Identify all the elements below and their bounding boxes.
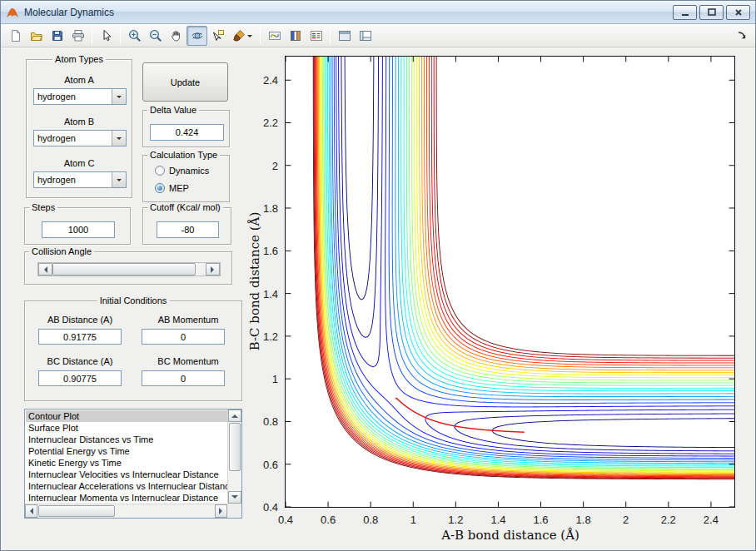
save-figure-button[interactable] [47,26,67,46]
y-tick-label: 1.8 [263,202,278,215]
data-cursor-button[interactable] [207,26,228,46]
zoom-out-icon [149,29,162,42]
steps-field[interactable] [42,221,115,238]
calculation-type-panel: Calculation Type Dynamics MEP [142,155,230,202]
collision-angle-slider[interactable] [37,262,221,276]
scroll-up-button[interactable] [228,410,241,422]
delta-value-panel: Delta Value [142,110,230,147]
figure-toolbar [1,24,755,47]
bc-momentum-field[interactable] [142,370,225,386]
scroll-left-button[interactable] [25,504,37,518]
delta-value-field[interactable] [150,124,224,141]
data-cursor-icon [211,29,225,42]
slider-right-button[interactable] [206,263,220,276]
list-item[interactable]: Kinetic Energy vs Time [26,457,227,469]
y-tick-label: 1.4 [263,287,278,300]
radio-on-icon[interactable] [155,183,165,193]
list-item[interactable]: Surface Plot [26,422,227,434]
bc-distance-field[interactable] [38,370,122,386]
plot-type-listbox[interactable]: Contour PlotSurface PlotInternuclear Dis… [24,409,242,519]
link-plot-icon [268,29,281,42]
atom-b-dropdown-button[interactable] [112,131,126,146]
legend-icon [310,29,323,42]
ab-momentum-field[interactable] [142,329,225,345]
contour-plot-axes[interactable] [285,56,735,508]
x-tick-label: 2 [623,514,629,526]
mep-radio[interactable]: MEP [155,183,189,193]
atom-a-select[interactable]: hydrogen [33,88,127,105]
slider-left-button[interactable] [38,263,52,276]
x-tick-label: 1.4 [490,514,505,526]
vertical-scroll-thumb[interactable] [229,423,241,471]
atom-b-label: Atom B [27,117,132,127]
bc-distance-label: BC Distance (A) [25,356,135,366]
list-item[interactable]: Potential Energy vs Time [26,445,227,457]
list-item[interactable]: Internuclear Velocities vs Internuclear … [26,469,227,480]
y-tick-label: 2 [272,159,278,171]
list-item[interactable]: Internuclear Distances vs Time [26,434,227,445]
bc-momentum-label: BC Momentum [133,356,243,366]
arrow-left-icon [27,508,33,514]
horizontal-scroll-thumb[interactable] [38,505,115,517]
brush-dropdown-icon[interactable] [247,35,252,40]
x-tick-label: 1.2 [448,514,463,526]
ab-distance-field[interactable] [38,329,122,345]
edit-plot-button[interactable] [96,26,117,46]
dynamics-radio[interactable]: Dynamics [155,166,209,176]
dock-figure-button[interactable] [734,27,750,43]
zoom-in-button[interactable] [124,26,145,46]
maximize-icon [706,7,718,18]
rotate-3d-button[interactable] [187,26,207,46]
atom-a-dropdown-button[interactable] [112,89,126,104]
open-file-button[interactable] [26,26,47,46]
chevron-down-icon [117,137,122,142]
close-button[interactable] [726,5,750,20]
x-tick-label: 0.8 [363,514,378,526]
print-figure-button[interactable] [67,26,88,46]
mep-radio-label: MEP [169,183,189,193]
new-figure-button[interactable] [5,26,26,46]
dynamics-radio-label: Dynamics [169,166,209,176]
link-plot-button[interactable] [264,26,285,46]
title-bar[interactable]: Molecular Dynamics [1,1,755,24]
toolbar-separator [330,27,331,44]
list-item[interactable]: Internuclear Accelerations vs Internucle… [26,480,227,492]
cutoff-field[interactable] [157,221,219,238]
vertical-scrollbar[interactable] [227,410,241,504]
arrow-right-icon [219,508,226,514]
plot-type-list: Contour PlotSurface PlotInternuclear Dis… [26,410,227,504]
radio-off-icon[interactable] [155,166,165,176]
maximize-button[interactable] [699,5,724,20]
y-tick-label: 1.6 [263,245,278,257]
x-tick-label: 1.6 [533,514,548,526]
printer-icon [72,29,85,42]
chevron-down-icon [117,96,122,101]
pan-button[interactable] [166,26,187,46]
contour-canvas[interactable] [286,57,734,507]
list-item[interactable]: Internuclear Momenta vs Internuclear Dis… [26,492,227,504]
app-window: Molecular Dynamics Atom Types Atom A [0,0,756,551]
scroll-right-button[interactable] [215,504,227,518]
scroll-down-button[interactable] [228,491,241,504]
show-plot-tools-button[interactable] [355,26,376,46]
update-button[interactable]: Update [142,62,228,102]
brush-button[interactable] [228,26,256,46]
atom-b-select[interactable]: hydrogen [33,130,127,146]
atom-c-dropdown-button[interactable] [112,172,126,187]
atom-types-panel: Atom Types Atom A hydrogen Atom B hydrog… [26,59,132,198]
insert-colorbar-button[interactable] [285,26,306,46]
atom-c-select[interactable]: hydrogen [33,171,127,188]
insert-legend-button[interactable] [306,26,326,46]
arrow-right-icon [211,266,217,273]
ab-momentum-label: AB Momentum [133,315,243,325]
atom-a-value: hydrogen [37,92,76,102]
list-item[interactable]: Contour Plot [26,410,227,422]
minimize-button[interactable] [673,5,697,20]
calculation-type-title: Calculation Type [147,150,220,160]
zoom-out-button[interactable] [145,26,166,46]
horizontal-scrollbar[interactable] [25,504,227,518]
hide-plot-tools-button[interactable] [334,26,355,46]
minimize-icon [679,7,691,18]
y-tick-label: 2.2 [263,117,278,129]
slider-thumb[interactable] [52,263,196,276]
